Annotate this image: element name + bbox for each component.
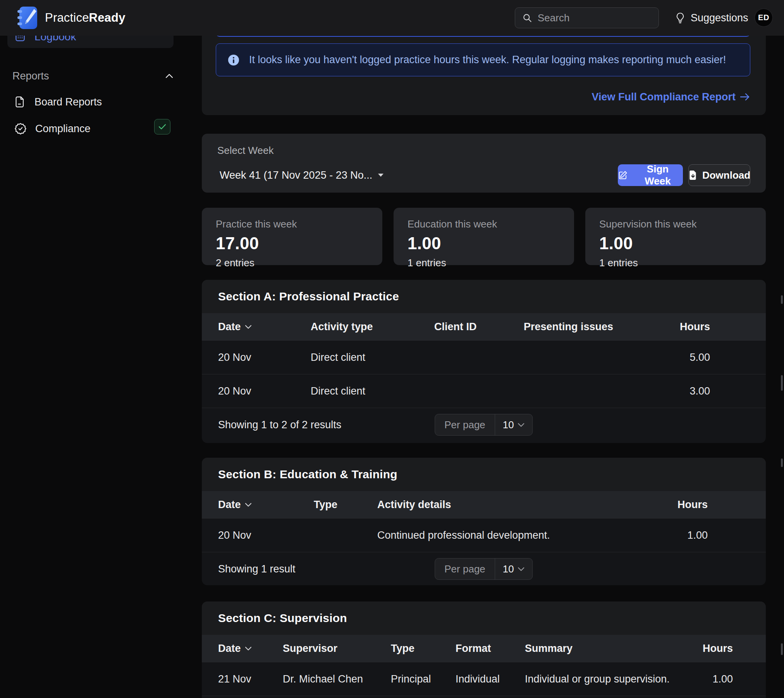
sidebar-item-label: Board Reports (34, 96, 102, 108)
column-header-date[interactable]: Date (218, 499, 314, 511)
view-full-compliance-report-link[interactable]: View Full Compliance Report (591, 89, 750, 105)
sidebar-item-board-reports[interactable]: Board Reports (7, 92, 174, 112)
pencil-square-icon (618, 170, 628, 180)
search-icon (522, 13, 532, 23)
column-header: Format (456, 643, 525, 655)
sidebar-section-label: Reports (12, 70, 49, 82)
sidebar-section-reports[interactable]: Reports (12, 70, 174, 82)
avatar-initials: ED (758, 13, 769, 22)
suggestions-button[interactable]: Suggestions (675, 0, 748, 36)
column-header-date[interactable]: Date (218, 321, 311, 333)
brand[interactable]: PracticeReady (15, 0, 126, 36)
brand-title: PracticeReady (45, 11, 126, 25)
scrollbar-marker (781, 458, 783, 467)
cell-hours: 5.00 (656, 352, 710, 364)
info-alert: It looks like you haven't logged practic… (216, 43, 750, 76)
scrollbar-marker (781, 643, 783, 655)
scrollbar-marker (781, 295, 783, 304)
section-c-card: Section C: Supervision Date Supervisor T… (202, 601, 766, 698)
section-b-title: Section B: Education & Training (218, 468, 397, 481)
column-header-hours: Hours (650, 499, 708, 511)
table-row[interactable]: 20 Nov Continued professional developmen… (202, 518, 766, 552)
cell-hours: 3.00 (656, 385, 710, 397)
column-header: Presenting issues (524, 321, 656, 333)
sidebar: Logbook Reports Board Reports (0, 0, 194, 698)
cell-activity-type: Direct client (311, 352, 434, 364)
column-header-date[interactable]: Date (218, 643, 283, 655)
column-label: Date (218, 499, 241, 511)
sign-week-label: Sign Week (633, 163, 683, 187)
section-a-card: Section A: Professional Practice Date Ac… (202, 280, 766, 443)
cell-summary: Individual or group supervision. (525, 673, 683, 685)
scrollbar-marker (781, 375, 783, 391)
chevron-down-icon (518, 423, 525, 427)
cell-activity-details: Continued professional development. (377, 529, 650, 541)
stat-value: 17.00 (216, 234, 368, 253)
sidebar-item-compliance[interactable]: Compliance (7, 119, 174, 139)
sidebar-item-label: Compliance (35, 123, 91, 135)
compliance-status-badge (154, 119, 170, 134)
chevron-up-icon (165, 73, 174, 79)
lightbulb-icon (675, 12, 686, 24)
cell-date: 20 Nov (218, 352, 311, 364)
stat-label: Supervision this week (599, 218, 752, 230)
search-box[interactable] (515, 7, 659, 28)
cell-format: Individual (456, 673, 525, 685)
stat-entries: 1 entries (599, 257, 752, 269)
section-a-table-header: Date Activity type Client ID Presenting … (202, 313, 766, 340)
download-file-icon (688, 170, 698, 180)
stat-card-supervision: Supervision this week 1.00 1 entries (585, 208, 766, 265)
per-page-label: Per page (435, 558, 495, 579)
column-label: Date (218, 321, 241, 333)
info-icon (228, 54, 239, 66)
suggestions-label: Suggestions (691, 12, 748, 24)
download-button[interactable]: Download (688, 164, 750, 186)
cell-activity-type: Direct client (311, 385, 434, 397)
section-c-table-header: Date Supervisor Type Format Summary Hour… (202, 635, 766, 662)
link-label: View Full Compliance Report (591, 91, 736, 103)
search-input[interactable] (538, 12, 652, 24)
sort-chevron-down-icon (245, 325, 252, 329)
per-page-selector[interactable]: Per page 10 (435, 414, 533, 436)
download-label: Download (702, 169, 750, 181)
cell-hours: 1.00 (650, 529, 708, 541)
sign-week-button[interactable]: Sign Week (618, 164, 683, 186)
sort-chevron-down-icon (245, 503, 252, 507)
user-avatar[interactable]: ED (755, 9, 773, 27)
column-header: Supervisor (283, 643, 391, 655)
column-header: Type (314, 499, 377, 511)
cell-date: 20 Nov (218, 385, 311, 397)
select-week-card: Select Week Week 41 (17 Nov 2025 - 23 No… (202, 134, 766, 193)
section-b-table-footer: Showing 1 result Per page 10 (202, 552, 766, 585)
cell-date: 20 Nov (218, 529, 314, 541)
practiceready-logo-icon (15, 5, 40, 31)
brand-practice: Practice (45, 11, 89, 24)
column-label: Date (218, 643, 241, 655)
table-row[interactable]: 20 Nov Direct client 5.00 (202, 340, 766, 374)
brand-ready: Ready (89, 11, 126, 24)
top-navbar: PracticeReady Suggestions ED (0, 0, 784, 36)
table-row[interactable]: 21 Nov Dr. Michael Chen Principal Indivi… (202, 662, 766, 696)
column-header: Activity details (377, 499, 650, 511)
week-select-dropdown[interactable]: Week 41 (17 Nov 2025 - 23 No... (217, 169, 384, 181)
file-icon (14, 96, 26, 108)
cell-type: Principal (391, 673, 456, 685)
caret-down-icon (378, 173, 384, 177)
stat-card-education: Education this week 1.00 1 entries (394, 208, 574, 265)
per-page-value: 10 (503, 563, 514, 575)
badge-check-icon (14, 122, 27, 135)
per-page-label: Per page (435, 414, 495, 435)
check-icon (158, 123, 167, 130)
compliance-overview-card: It looks like you haven't logged practic… (202, 27, 766, 115)
stat-label: Education this week (407, 218, 560, 230)
per-page-selector[interactable]: Per page 10 (435, 558, 533, 580)
stat-card-practice: Practice this week 17.00 2 entries (202, 208, 382, 265)
section-b-card: Section B: Education & Training Date Typ… (202, 458, 766, 585)
select-week-label: Select Week (217, 145, 750, 157)
stat-entries: 2 entries (216, 257, 368, 269)
section-c-table-footer (202, 696, 766, 698)
column-header: Activity type (311, 321, 434, 333)
table-row[interactable]: 20 Nov Direct client 3.00 (202, 374, 766, 408)
week-select-value: Week 41 (17 Nov 2025 - 23 No... (220, 169, 372, 181)
column-header-hours: Hours (683, 643, 733, 655)
